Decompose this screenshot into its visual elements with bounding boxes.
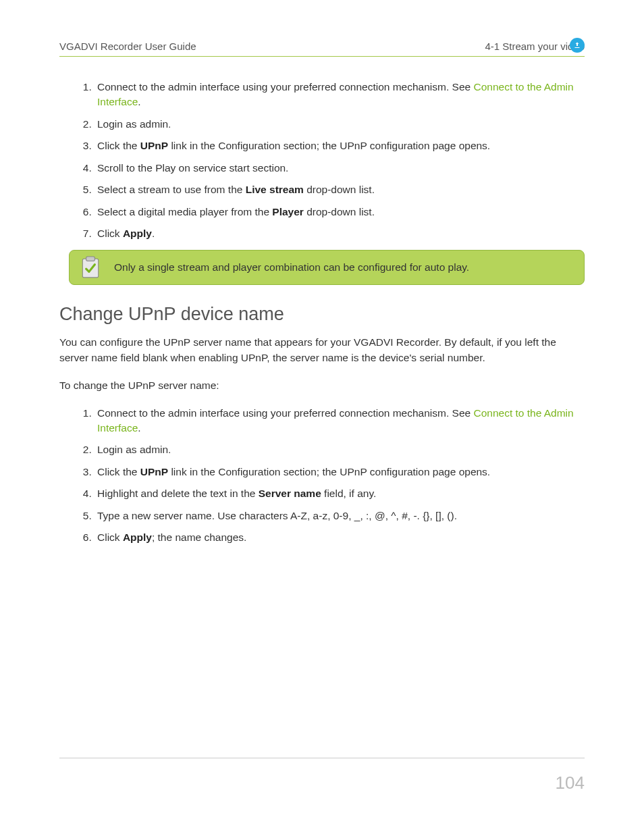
- step-text: Select a stream to use from the: [97, 184, 246, 195]
- procedure-list-1: Connect to the admin interface using you…: [59, 80, 585, 242]
- step-text: Click: [97, 531, 123, 543]
- step-text: Click the: [97, 466, 140, 477]
- share-button[interactable]: [570, 38, 585, 53]
- step-text: Click: [97, 228, 123, 239]
- section-heading: Change UPnP device name: [59, 304, 585, 325]
- svg-rect-0: [82, 259, 98, 278]
- page-number: 104: [556, 773, 585, 793]
- header-doc-title: VGADVI Recorder User Guide: [59, 41, 196, 52]
- step-text: Highlight and delete the text in the: [97, 488, 259, 499]
- list-item: Click Apply; the name changes.: [95, 530, 585, 545]
- page-content: VGADVI Recorder User Guide 4-1 Stream yo…: [0, 0, 644, 546]
- step-text: ; the name changes.: [152, 531, 246, 543]
- list-item: Click the UPnP link in the Configuration…: [95, 138, 585, 153]
- step-text: Connect to the admin interface using you…: [97, 407, 473, 419]
- list-item: Scroll to the Play on service start sect…: [95, 161, 585, 176]
- list-item: Click the UPnP link in the Configuration…: [95, 465, 585, 479]
- list-item: Click Apply.: [95, 226, 585, 241]
- list-item: Select a stream to use from the Live str…: [95, 182, 585, 197]
- step-text: .: [152, 228, 155, 239]
- step-text: Connect to the admin interface using you…: [97, 81, 473, 93]
- step-bold: Apply: [123, 531, 152, 543]
- list-item: Select a digital media player from the P…: [95, 205, 585, 219]
- share-icon: [573, 41, 581, 49]
- step-text: Select a digital media player from the: [97, 206, 272, 217]
- list-item: Highlight and delete the text in the Ser…: [95, 486, 585, 501]
- list-item: Login as admin.: [95, 117, 585, 132]
- step-text: link in the Configuration section; the U…: [168, 466, 490, 477]
- step-text: .: [138, 422, 140, 434]
- body-paragraph: You can configure the UPnP server name t…: [59, 334, 585, 366]
- step-text: field, if any.: [321, 488, 377, 499]
- page-header: VGADVI Recorder User Guide 4-1 Stream yo…: [59, 41, 585, 57]
- list-item: Login as admin.: [95, 442, 585, 457]
- list-item: Connect to the admin interface using you…: [95, 80, 585, 110]
- body-paragraph: To change the UPnP server name:: [59, 377, 585, 393]
- step-bold: Server name: [259, 488, 321, 499]
- clipboard-check-icon: [79, 256, 102, 279]
- note-callout: Only a single stream and player combinat…: [69, 250, 585, 285]
- procedure-list-2: Connect to the admin interface using you…: [59, 406, 585, 546]
- step-text: link in the Configuration section; the U…: [168, 140, 490, 151]
- step-bold: UPnP: [140, 466, 168, 477]
- note-text: Only a single stream and player combinat…: [114, 261, 469, 273]
- list-item: Connect to the admin interface using you…: [95, 406, 585, 436]
- step-bold: Apply: [123, 228, 152, 239]
- footer-divider: [59, 758, 585, 758]
- step-text: .: [138, 96, 140, 107]
- step-text: drop-down list.: [304, 184, 375, 195]
- step-text: drop-down list.: [304, 206, 375, 217]
- step-bold: UPnP: [140, 140, 168, 151]
- step-bold: Live stream: [246, 184, 304, 195]
- list-item: Type a new server name. Use characters A…: [95, 509, 585, 523]
- step-bold: Player: [272, 206, 304, 217]
- step-text: Click the: [97, 140, 140, 151]
- svg-rect-1: [86, 257, 95, 261]
